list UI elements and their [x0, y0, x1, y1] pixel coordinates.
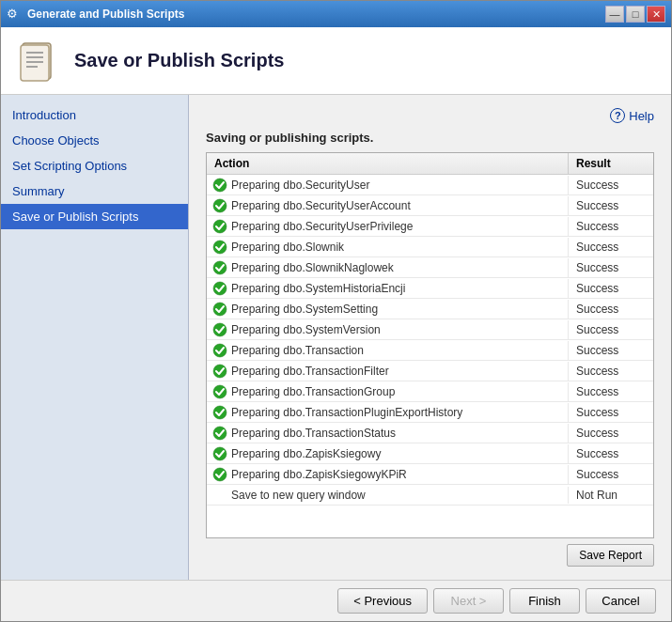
row-result-cell: Success [569, 321, 653, 338]
table-header: Action Result [207, 153, 653, 175]
minimize-button[interactable]: — [605, 6, 624, 23]
row-result-cell: Success [569, 425, 653, 442]
success-icon [212, 343, 227, 358]
window-title: Generate and Publish Scripts [27, 8, 184, 21]
row-action-cell: Preparing dbo.SystemSetting [207, 300, 569, 319]
row-action-text: Preparing dbo.SystemHistoriaEncji [231, 282, 405, 295]
maximize-button[interactable]: □ [626, 6, 645, 23]
row-result-cell: Success [569, 280, 653, 297]
close-button[interactable]: ✕ [647, 6, 665, 23]
row-result-cell: Success [569, 197, 653, 214]
success-icon [212, 219, 227, 234]
row-action-text: Preparing dbo.TransactionPluginExportHis… [231, 406, 462, 419]
sidebar: Introduction Choose Objects Set Scriptin… [1, 95, 189, 580]
success-icon [212, 260, 227, 275]
table-row: Preparing dbo.SecurityUserPrivilegeSucce… [207, 216, 653, 237]
table-row: Preparing dbo.TransactionSuccess [207, 340, 653, 361]
row-action-cell: Preparing dbo.Transaction [207, 341, 569, 360]
row-action-text: Preparing dbo.TransactionFilter [231, 365, 389, 378]
save-report-button[interactable]: Save Report [567, 544, 654, 567]
svg-rect-1 [21, 45, 49, 81]
app-icon: ⚙ [7, 7, 22, 22]
row-action-cell: Preparing dbo.Slownik [207, 238, 569, 257]
row-result-cell: Success [569, 363, 653, 380]
success-icon [212, 322, 227, 337]
success-icon [212, 426, 227, 441]
table-row: Preparing dbo.SecurityUserAccountSuccess [207, 195, 653, 216]
row-result-cell: Success [569, 177, 653, 194]
table-row: Preparing dbo.SystemSettingSuccess [207, 299, 653, 319]
row-result-cell: Success [569, 218, 653, 235]
row-action-cell: Preparing dbo.SecurityUserAccount [207, 196, 569, 215]
row-action-cell: Preparing dbo.SecurityUserPrivilege [207, 217, 569, 236]
success-icon [212, 467, 227, 482]
col-action-header: Action [207, 153, 569, 174]
sidebar-item-choose-objects[interactable]: Choose Objects [1, 128, 188, 153]
row-action-text: Preparing dbo.SecurityUser [231, 179, 369, 192]
row-action-text: Preparing dbo.TransactionStatus [231, 427, 396, 440]
row-action-cell: Preparing dbo.SystemVersion [207, 320, 569, 339]
table-row: Preparing dbo.SystemVersionSuccess [207, 319, 653, 340]
row-action-cell: Preparing dbo.TransactionGroup [207, 382, 569, 401]
row-result-cell: Not Run [569, 487, 653, 504]
table-row: Preparing dbo.SlownikSuccess [207, 237, 653, 257]
help-icon: ? [610, 108, 625, 123]
success-icon [212, 178, 227, 193]
header-icon [16, 39, 61, 84]
previous-button[interactable]: < Previous [337, 588, 428, 614]
next-button[interactable]: Next > [433, 588, 504, 614]
success-icon [212, 384, 227, 399]
page-title: Save or Publish Scripts [74, 50, 284, 71]
table-row: Preparing dbo.ZapisKsiegowySuccess [207, 443, 653, 464]
row-action-cell: Preparing dbo.ZapisKsiegowyKPiR [207, 465, 569, 484]
table-row: Preparing dbo.TransactionStatusSuccess [207, 423, 653, 443]
table-row: Save to new query windowNot Run [207, 485, 653, 505]
help-row: ? Help [206, 108, 654, 123]
cancel-button[interactable]: Cancel [586, 588, 656, 614]
row-result-cell: Success [569, 466, 653, 483]
row-action-text: Preparing dbo.SystemVersion [231, 323, 381, 336]
row-action-text: Preparing dbo.SlownikNaglowek [231, 261, 394, 274]
row-result-cell: Success [569, 342, 653, 359]
row-action-text: Preparing dbo.SecurityUserPrivilege [231, 220, 413, 233]
table-row: Preparing dbo.SecurityUserSuccess [207, 175, 653, 195]
row-action-text: Preparing dbo.SecurityUserAccount [231, 199, 411, 212]
success-icon [212, 364, 227, 379]
row-action-text: Preparing dbo.TransactionGroup [231, 385, 395, 398]
success-icon [212, 281, 227, 296]
table-row: Preparing dbo.TransactionFilterSuccess [207, 361, 653, 381]
finish-button[interactable]: Finish [509, 588, 580, 614]
sidebar-item-introduction[interactable]: Introduction [1, 102, 188, 128]
row-action-text: Preparing dbo.Transaction [231, 344, 364, 357]
row-action-text: Save to new query window [231, 489, 366, 502]
row-result-cell: Success [569, 445, 653, 462]
success-icon [212, 405, 227, 420]
help-link[interactable]: ? Help [610, 108, 654, 123]
table-body[interactable]: Preparing dbo.SecurityUserSuccessPrepari… [207, 175, 653, 537]
title-bar-left: ⚙ Generate and Publish Scripts [7, 7, 184, 22]
title-bar-controls: — □ ✕ [605, 6, 665, 23]
help-label: Help [629, 109, 654, 123]
header-area: Save or Publish Scripts [1, 27, 671, 95]
scroll-svg [17, 39, 60, 83]
row-result-cell: Success [569, 239, 653, 256]
main-window: ⚙ Generate and Publish Scripts — □ ✕ Sav… [0, 0, 672, 622]
success-icon [212, 240, 227, 255]
row-action-text: Preparing dbo.SystemSetting [231, 303, 378, 316]
row-action-cell: Preparing dbo.ZapisKsiegowy [207, 444, 569, 463]
status-text: Saving or publishing scripts. [206, 131, 654, 145]
row-action-cell: Preparing dbo.SystemHistoriaEncji [207, 279, 569, 298]
success-icon [212, 198, 227, 213]
success-icon [212, 302, 227, 317]
table-row: Preparing dbo.SystemHistoriaEncjiSuccess [207, 278, 653, 299]
table-row: Preparing dbo.ZapisKsiegowyKPiRSuccess [207, 464, 653, 485]
table-row: Preparing dbo.TransactionGroupSuccess [207, 381, 653, 402]
row-action-cell: Preparing dbo.TransactionPluginExportHis… [207, 403, 569, 422]
title-bar: ⚙ Generate and Publish Scripts — □ ✕ [1, 1, 671, 27]
sidebar-item-summary[interactable]: Summary [1, 179, 188, 204]
sidebar-item-save-publish[interactable]: Save or Publish Scripts [1, 204, 188, 229]
results-table: Action Result Preparing dbo.SecurityUser… [206, 152, 654, 538]
sidebar-item-scripting-options[interactable]: Set Scripting Options [1, 153, 188, 179]
content-area: Introduction Choose Objects Set Scriptin… [1, 95, 671, 580]
main-panel: ? Help Saving or publishing scripts. Act… [189, 95, 671, 580]
